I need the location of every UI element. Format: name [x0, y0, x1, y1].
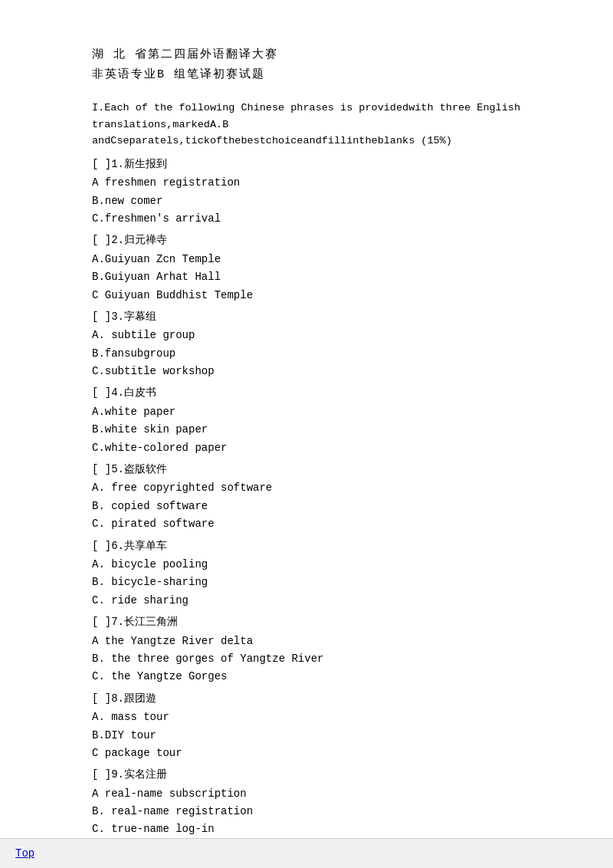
option-9-0: A real-name subscription — [92, 785, 521, 802]
option-9-1: B. real-name registration — [92, 803, 521, 820]
option-7-1: B. the three gorges of Yangtze River — [92, 650, 521, 667]
question-block-8: [ ]8.跟团遊A. mass tourB.DIY tourC package … — [92, 690, 521, 762]
option-4-1: B.white skin paper — [92, 421, 521, 438]
question-block-1: [ ]1.新生报到A freshmen registrationB.new co… — [92, 156, 521, 228]
top-link[interactable]: Top — [15, 845, 34, 862]
question-block-6: [ ]6.共享单车A. bicycle poolingB. bicycle-sh… — [92, 538, 521, 610]
option-1-2: C.freshmen's arrival — [92, 210, 521, 227]
title-line-2: 非英语专业B 组笔译初赛试题 — [92, 66, 521, 84]
bottom-nav: Top — [0, 838, 613, 868]
option-8-0: A. mass tour — [92, 709, 521, 725]
question-block-5: [ ]5.盗版软件A. free copyrighted softwareB. … — [92, 461, 521, 533]
option-9-2: C. true-name log-in — [92, 820, 521, 837]
question-block-4: [ ]4.白皮书A.white paperB.white skin paperC… — [92, 384, 521, 456]
option-3-2: C.subtitle workshop — [92, 363, 521, 380]
option-6-2: C. ride sharing — [92, 592, 521, 609]
option-5-0: A. free copyrighted software — [92, 479, 521, 496]
option-7-0: A the Yangtze River delta — [92, 633, 521, 649]
question-block-9: [ ]9.实名注册A real-name subscriptionB. real… — [92, 766, 521, 838]
option-2-1: B.Guiyuan Arhat Hall — [92, 268, 521, 285]
question-title-7: [ ]7.长江三角洲 — [92, 613, 521, 630]
question-title-4: [ ]4.白皮书 — [92, 384, 521, 401]
question-title-8: [ ]8.跟团遊 — [92, 690, 521, 707]
option-3-0: A. subtile group — [92, 327, 521, 344]
option-2-2: C Guiyuan Buddhist Temple — [92, 287, 521, 304]
option-4-2: C.white-colored paper — [92, 439, 521, 456]
option-8-1: B.DIY tour — [92, 727, 521, 744]
question-title-1: [ ]1.新生报到 — [92, 156, 521, 173]
option-7-2: C. the Yangtze Gorges — [92, 668, 521, 685]
title-line-1: 湖 北 省第二四届外语翻译大赛 — [92, 46, 521, 64]
option-6-0: A. bicycle pooling — [92, 556, 521, 573]
option-5-2: C. pirated software — [92, 515, 521, 532]
question-title-2: [ ]2.归元禅寺 — [92, 232, 521, 248]
question-title-5: [ ]5.盗版软件 — [92, 461, 521, 478]
option-4-0: A.white paper — [92, 403, 521, 420]
title-block: 湖 北 省第二四届外语翻译大赛 非英语专业B 组笔译初赛试题 — [92, 46, 521, 84]
option-8-2: C package tour — [92, 745, 521, 761]
option-6-1: B. bicycle-sharing — [92, 574, 521, 590]
section-intro: I.Each of the following Chinese phrases … — [92, 100, 521, 150]
option-2-0: A.Guiyuan Zcn Temple — [92, 251, 521, 268]
question-block-2: [ ]2.归元禅寺A.Guiyuan Zcn TempleB.Guiyuan A… — [92, 232, 521, 304]
question-block-3: [ ]3.字幕组A. subtile groupB.fansubgroupC.s… — [92, 308, 521, 380]
question-title-6: [ ]6.共享单车 — [92, 538, 521, 554]
option-1-1: B.new comer — [92, 192, 521, 209]
questions-container: [ ]1.新生报到A freshmen registrationB.new co… — [92, 156, 521, 868]
option-5-1: B. copied software — [92, 498, 521, 515]
question-block-7: [ ]7.长江三角洲A the Yangtze River deltaB. th… — [92, 613, 521, 686]
question-title-9: [ ]9.实名注册 — [92, 766, 521, 783]
option-3-1: B.fansubgroup — [92, 345, 521, 362]
question-title-3: [ ]3.字幕组 — [92, 308, 521, 325]
option-1-0: A freshmen registration — [92, 174, 521, 191]
